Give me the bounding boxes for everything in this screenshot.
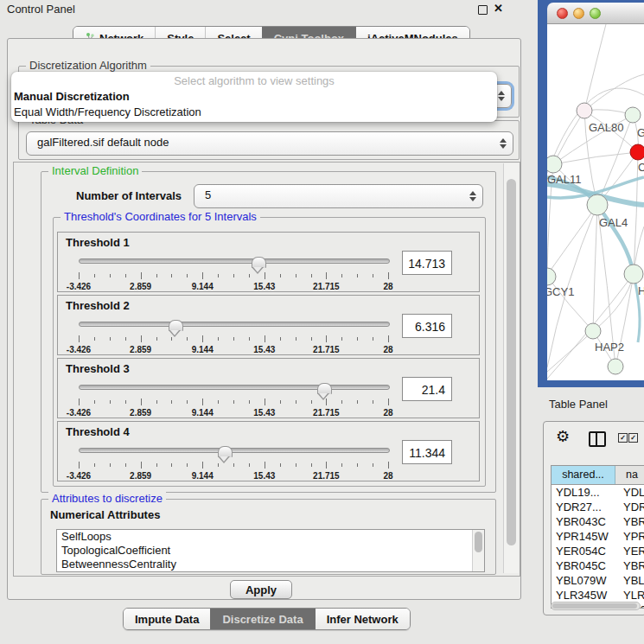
threshold-slider-4[interactable]: -3.4262.8599.14415.4321.71528: [79, 443, 388, 479]
dropdown-option-equal-width-frequency-discretization[interactable]: Equal Width/Frequency Discretization: [11, 105, 497, 120]
cell-name[interactable]: YBR0: [615, 514, 644, 529]
network-edge: [553, 152, 638, 164]
table-header-name[interactable]: na: [615, 466, 644, 484]
cell-name[interactable]: YLR3: [615, 588, 644, 603]
cyni-bottom-tabs: Impute DataDiscretize DataInfer Network: [123, 608, 411, 630]
network-edge: [584, 24, 606, 111]
slider-track[interactable]: [79, 258, 390, 264]
table-panel: ⚙ ✓✓ shared... na YDL19...YDL1YDR27...YD…: [543, 421, 644, 615]
tab-discretize-data[interactable]: Discretize Data: [210, 609, 314, 629]
table-header-shared-name[interactable]: shared...: [552, 466, 615, 484]
node-label: GAL11: [547, 173, 582, 186]
network-node-h[interactable]: [624, 265, 643, 284]
screen: Control Panel ✕ NetworkStyleSelectCyni T…: [0, 0, 644, 644]
tab-impute-data[interactable]: Impute Data: [124, 609, 210, 629]
cell-name[interactable]: YBR0: [615, 558, 644, 573]
network-node-gcy1[interactable]: [547, 268, 556, 285]
apply-button[interactable]: Apply: [230, 580, 292, 599]
gear-icon[interactable]: ⚙: [556, 427, 570, 446]
network-node-g[interactable]: [625, 107, 641, 123]
dropdown-placeholder-item[interactable]: Select algorithm to view settings: [11, 73, 497, 89]
slider-tick-labels: -3.4262.8599.14415.4321.71528: [79, 282, 388, 292]
network-node[interactable]: [608, 359, 623, 374]
network-node-hap2[interactable]: [585, 323, 601, 339]
threshold-slider-1[interactable]: -3.4262.8599.14415.4321.71528: [79, 253, 388, 290]
numerical-attributes-list: SelfLoopsTopologicalCoefficientBetweenne…: [56, 529, 485, 572]
slider-thumb[interactable]: [218, 446, 233, 457]
slider-tick-labels: -3.4262.8599.14415.4321.71528: [79, 408, 388, 418]
cell-name[interactable]: YER0: [615, 544, 644, 558]
table-horizontal-scrollbar[interactable]: [551, 602, 641, 610]
settings-vertical-scrollbar[interactable]: [503, 163, 519, 573]
node-label: GAL4: [599, 216, 628, 229]
cell-shared-name[interactable]: YLR345W: [552, 588, 615, 603]
threshold-value-field-2[interactable]: 6.316: [402, 314, 452, 338]
slider-thumb[interactable]: [169, 320, 183, 331]
table-row[interactable]: YBL079WYBL0: [552, 573, 644, 588]
threshold-label: Threshold 2: [66, 299, 130, 312]
close-window-icon[interactable]: ✕: [494, 2, 503, 15]
cell-shared-name[interactable]: YDL19...: [552, 485, 615, 500]
attribute-item-topologicalcoefficient[interactable]: TopologicalCoefficient: [57, 544, 484, 558]
table-row[interactable]: YDL19...YDL1: [552, 485, 644, 500]
slider-track[interactable]: [79, 448, 390, 453]
cell-shared-name[interactable]: YDR27...: [552, 500, 615, 514]
threshold-value-field-1[interactable]: 14.713: [402, 251, 452, 275]
cell-shared-name[interactable]: YBR045C: [552, 558, 615, 573]
threshold-slider-3[interactable]: -3.4262.8599.14415.4321.71528: [79, 379, 388, 416]
select-columns-icon[interactable]: ✓✓: [618, 433, 638, 443]
cell-shared-name[interactable]: YER054C: [552, 544, 615, 558]
threshold-label: Threshold 4: [66, 425, 130, 438]
network-node-gal11[interactable]: [547, 156, 562, 173]
slider-thumb[interactable]: [317, 383, 332, 394]
table-row[interactable]: YER054CYER0: [552, 544, 644, 558]
attributes-list-scrollbar[interactable]: [472, 530, 484, 571]
control-panel-titlebar: Control Panel ✕: [0, 0, 536, 19]
threshold-panel-1: Threshold 1-3.4262.8599.14415.4321.71528…: [57, 232, 480, 292]
cell-name[interactable]: YDR2: [615, 500, 644, 514]
threshold-value-field-3[interactable]: 21.4: [402, 377, 452, 401]
node-label: C: [638, 161, 644, 174]
attribute-item-selfloops[interactable]: SelfLoops: [57, 530, 484, 544]
cell-name[interactable]: YPR1: [615, 529, 644, 544]
network-node-gal80[interactable]: [577, 103, 592, 118]
node-label: HAP2: [595, 341, 624, 354]
cell-name[interactable]: YDL1: [615, 485, 644, 500]
table-data-combobox[interactable]: galFiltered.sif default node: [26, 131, 513, 156]
minimize-traffic-light-icon[interactable]: [573, 8, 584, 19]
zoom-traffic-light-icon[interactable]: [590, 8, 601, 19]
node-label: GAL80: [589, 121, 623, 134]
threshold-value-field-4[interactable]: 11.344: [402, 440, 452, 464]
network-node-c[interactable]: [630, 144, 644, 160]
slider-track[interactable]: [79, 322, 390, 327]
combobox-stepper-icon: [500, 138, 507, 149]
number-of-intervals-combobox[interactable]: 5: [194, 184, 483, 208]
table-row[interactable]: YLR345WYLR3: [552, 588, 644, 603]
cell-shared-name[interactable]: YPR145W: [552, 529, 615, 544]
network-canvas[interactable]: GAL80G.CGAL11GAL4GCY1HHAP2: [547, 24, 644, 380]
dropdown-option-manual-discretization[interactable]: Manual Discretization: [11, 89, 497, 105]
cell-name[interactable]: YBL0: [615, 573, 644, 588]
threshold-panel-3: Threshold 3-3.4262.8599.14415.4321.71528…: [57, 358, 480, 418]
network-edge: [547, 205, 597, 275]
slider-track[interactable]: [79, 385, 390, 390]
tab-infer-network[interactable]: Infer Network: [315, 609, 410, 629]
close-traffic-light-icon[interactable]: [557, 8, 568, 19]
attributes-group: Attributes to discretize Numerical Attri…: [41, 499, 496, 575]
tab-label: Infer Network: [327, 613, 399, 626]
table-row[interactable]: YBR043CYBR0: [552, 514, 644, 529]
table-row[interactable]: YPR145WYPR1: [552, 529, 644, 544]
cell-shared-name[interactable]: YBR043C: [552, 514, 615, 529]
columns-icon[interactable]: [589, 431, 606, 447]
cell-shared-name[interactable]: YBL079W: [552, 573, 615, 588]
float-window-icon[interactable]: [478, 5, 488, 15]
threshold-slider-2[interactable]: -3.4262.8599.14415.4321.71528: [79, 316, 388, 353]
slider-thumb[interactable]: [252, 257, 266, 268]
table-row[interactable]: YBR045CYBR0: [552, 558, 644, 573]
network-node-gal4[interactable]: [587, 194, 608, 215]
network-window-titlebar[interactable]: [547, 3, 644, 24]
attribute-item-betweennesscentrality[interactable]: BetweennessCentrality: [57, 558, 484, 571]
settings-scroll-area: Interval Definition Number of Intervals …: [13, 162, 520, 577]
interval-definition-title: Interval Definition: [48, 164, 142, 177]
table-row[interactable]: YDR27...YDR2: [552, 500, 644, 514]
